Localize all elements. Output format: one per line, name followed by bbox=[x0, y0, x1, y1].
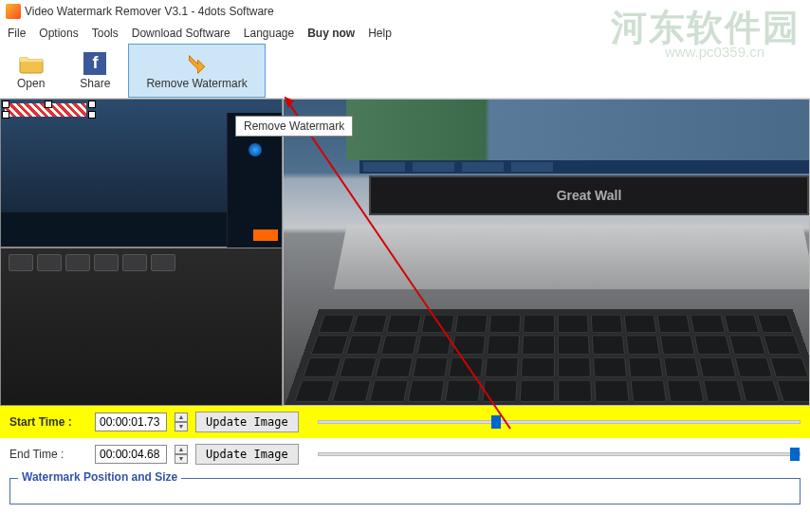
thumbnail-end[interactable] bbox=[0, 248, 283, 406]
selection-handle[interactable] bbox=[2, 101, 9, 108]
spin-down-icon[interactable]: ▼ bbox=[175, 454, 188, 464]
start-time-input[interactable] bbox=[95, 413, 167, 431]
menubar: File Options Tools Download Software Lan… bbox=[0, 23, 810, 44]
selection-handle[interactable] bbox=[88, 101, 96, 108]
spin-up-icon[interactable]: ▲ bbox=[175, 413, 188, 422]
content-area: Great Wall bbox=[0, 99, 810, 406]
remove-watermark-button[interactable]: Remove Watermark bbox=[128, 44, 265, 98]
groupbox-title: Watermark Position and Size bbox=[18, 470, 181, 484]
selection-handle[interactable] bbox=[2, 111, 9, 119]
start-time-spinner[interactable]: ▲▼ bbox=[175, 413, 188, 431]
start-slider[interactable] bbox=[318, 420, 801, 424]
menu-tools[interactable]: Tools bbox=[92, 27, 119, 40]
selection-handle[interactable] bbox=[88, 111, 96, 119]
thumbnails-column bbox=[0, 99, 283, 406]
end-slider[interactable] bbox=[318, 452, 801, 456]
titlebar: Video Watermark Remover V3.1 - 4dots Sof… bbox=[0, 0, 810, 23]
menu-language[interactable]: Language bbox=[244, 27, 294, 40]
menu-download[interactable]: Download Software bbox=[132, 27, 230, 40]
toolbar: Open f Share Remove Watermark bbox=[0, 44, 810, 99]
preview-image: Great Wall bbox=[284, 100, 809, 405]
preview-pane[interactable]: Great Wall bbox=[283, 99, 810, 406]
end-update-button[interactable]: Update Image bbox=[195, 444, 299, 465]
start-time-label: Start Time : bbox=[9, 415, 87, 429]
share-label: Share bbox=[80, 77, 110, 90]
menu-file[interactable]: File bbox=[8, 27, 26, 40]
window-title: Video Watermark Remover V3.1 - 4dots Sof… bbox=[25, 5, 274, 18]
thumb-orange-button bbox=[253, 229, 278, 241]
facebook-icon: f bbox=[82, 52, 108, 75]
start-update-button[interactable]: Update Image bbox=[195, 412, 299, 432]
menu-help[interactable]: Help bbox=[368, 27, 392, 40]
monitor-brand: Great Wall bbox=[369, 175, 809, 215]
spin-up-icon[interactable]: ▲ bbox=[175, 445, 188, 454]
end-time-input[interactable] bbox=[95, 445, 167, 464]
folder-icon bbox=[18, 52, 45, 75]
menu-options[interactable]: Options bbox=[39, 27, 78, 40]
remove-label: Remove Watermark bbox=[146, 77, 247, 90]
start-slider-thumb[interactable] bbox=[491, 415, 501, 429]
app-icon bbox=[6, 4, 21, 19]
share-button[interactable]: f Share bbox=[63, 44, 128, 98]
end-time-row: End Time : ▲▼ Update Image bbox=[0, 438, 810, 470]
spin-down-icon[interactable]: ▼ bbox=[175, 422, 188, 431]
selection-handle[interactable] bbox=[45, 101, 52, 108]
watermark-position-groupbox: Watermark Position and Size bbox=[9, 478, 801, 504]
remove-arrow-icon bbox=[184, 52, 211, 75]
start-time-row: Start Time : ▲▼ Update Image bbox=[0, 406, 810, 438]
end-time-spinner[interactable]: ▲▼ bbox=[175, 445, 188, 464]
end-slider-thumb[interactable] bbox=[790, 448, 800, 461]
remove-watermark-tooltip: Remove Watermark bbox=[235, 116, 353, 137]
open-label: Open bbox=[17, 77, 45, 90]
end-time-label: End Time : bbox=[9, 448, 87, 461]
open-button[interactable]: Open bbox=[0, 44, 63, 98]
menu-buynow[interactable]: Buy now bbox=[307, 27, 355, 40]
thumb-bottom-bar bbox=[1, 212, 227, 247]
